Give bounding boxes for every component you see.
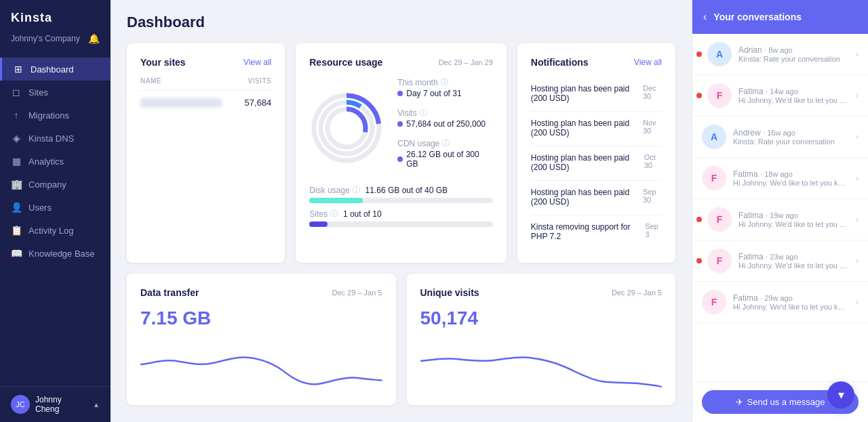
unread-dot: [696, 217, 702, 222]
data-transfer-date: Dec 29 – Jan 5: [332, 289, 382, 297]
notif-date-2: Oct 30: [644, 153, 662, 169]
conversation-item[interactable]: A Adrian · 8w ago Kinsta: Rate your conv…: [692, 34, 868, 75]
conv-name: Fatima · 18w ago: [733, 169, 849, 179]
dot-visits: [397, 121, 403, 127]
conversations-list: A Adrian · 8w ago Kinsta: Rate your conv…: [692, 34, 868, 381]
notif-title-4: Kinsta removing support for PHP 7.2: [531, 222, 645, 241]
conv-name: Fatima · 14w ago: [738, 87, 849, 96]
sidebar-item-knowledge-base[interactable]: 📖 Knowledge Base: [0, 242, 111, 265]
cdn-info-icon[interactable]: ⓘ: [442, 138, 450, 148]
unique-visits-header: Unique visits Dec 29 – Jan 5: [420, 287, 663, 298]
your-sites-view-all[interactable]: View all: [243, 58, 271, 67]
conversation-item[interactable]: F Fatima · 23w ago Hi Johnny. We'd like …: [692, 240, 868, 282]
this-month-stat: This month ⓘ Day 7 out of 31: [397, 77, 493, 98]
cdn-stat: CDN usage ⓘ 26.12 GB out of 300 GB: [397, 138, 493, 169]
donut-chart: [309, 91, 384, 165]
company-icon: 🏢: [11, 179, 22, 190]
your-sites-card: Your sites View all NAME VISITS 57,684: [127, 43, 285, 263]
sidebar-item-kinsta-dns[interactable]: ◈ Kinsta DNS: [0, 127, 111, 150]
dot-month: [397, 91, 403, 96]
notif-title-3: Hosting plan has been paid (200 USD): [531, 188, 643, 207]
conversation-item[interactable]: F Fatima · 14w ago Hi Johnny. We'd like …: [692, 75, 868, 117]
conv-name: Fatima · 23w ago: [738, 252, 849, 261]
sidebar-item-label: Activity Log: [28, 226, 73, 236]
sidebar-item-label: Dashboard: [31, 64, 74, 75]
sidebar-item-label: Sites: [28, 87, 48, 98]
unread-dot: [696, 51, 702, 57]
your-sites-title: Your sites: [140, 57, 186, 68]
sites-info-icon[interactable]: ⓘ: [330, 209, 338, 219]
sites-icon: ◻: [11, 87, 22, 98]
conv-name: Fatima · 19w ago: [738, 211, 849, 220]
conv-info: Fatima · 18w ago Hi Johnny. We'd like to…: [733, 169, 849, 187]
visits-info-icon[interactable]: ⓘ: [420, 108, 427, 118]
sidebar-item-users[interactable]: 👤 Users: [0, 196, 111, 219]
conv-time: · 18w ago: [760, 170, 793, 178]
migrations-icon: ↑: [11, 110, 22, 121]
company-name: Johnny's Company: [11, 34, 80, 43]
disk-progress-bar: [309, 198, 493, 203]
sidebar-item-dashboard[interactable]: ⊞ Dashboard: [0, 58, 111, 81]
conv-time: · 14w ago: [766, 87, 798, 96]
notifications-view-all[interactable]: View all: [634, 58, 662, 67]
this-month-value: Day 7 out of 31: [397, 89, 493, 98]
conversation-item[interactable]: F Fatima · 29w ago Hi Johnny. We'd like …: [692, 282, 868, 323]
data-transfer-value: 7.15 GB: [140, 308, 382, 329]
notif-date-0: Dec 30: [643, 84, 662, 100]
sites-progress-row: Sites ⓘ 1 out of 10: [309, 209, 493, 227]
sidebar-item-activity-log[interactable]: 📋 Activity Log: [0, 219, 111, 242]
site-name-redacted: [140, 98, 222, 108]
logo-text: Kinsta: [11, 11, 100, 25]
conv-time: · 29w ago: [760, 294, 793, 302]
sidebar-item-label: Analytics: [28, 156, 64, 167]
notification-item[interactable]: Kinsta removing support for PHP 7.2 Sep …: [531, 215, 662, 249]
sidebar-item-analytics[interactable]: ▦ Analytics: [0, 150, 111, 173]
visits-label: Visits ⓘ: [397, 108, 493, 118]
disk-progress-fill: [309, 198, 362, 203]
logo: Kinsta: [0, 0, 111, 30]
chevron-right-icon: ›: [856, 91, 859, 100]
unique-visits-card: Unique visits Dec 29 – Jan 5 50,174: [407, 274, 676, 405]
main-content: Dashboard Your sites View all NAME VISIT…: [111, 0, 692, 422]
notification-item[interactable]: Hosting plan has been paid (200 USD) Nov…: [531, 112, 662, 146]
visits-value: 57,684 out of 250,000: [397, 119, 493, 129]
sidebar-item-sites[interactable]: ◻ Sites: [0, 81, 111, 104]
resource-usage-header: Resource usage Dec 29 – Jan 29: [309, 57, 493, 68]
sidebar-item-label: Knowledge Base: [28, 249, 95, 259]
bell-icon[interactable]: 🔔: [88, 33, 100, 44]
notification-item[interactable]: Hosting plan has been paid (200 USD) Dec…: [531, 77, 662, 112]
disk-value: 11.66 GB out of 40 GB: [366, 186, 448, 195]
top-cards-row: Your sites View all NAME VISITS 57,684 R…: [127, 43, 675, 263]
conversations-panel: ‹ Your conversations A Adrian · 8w ago K…: [692, 0, 868, 422]
conv-info: Fatima · 29w ago Hi Johnny. We'd like to…: [733, 293, 849, 311]
back-icon[interactable]: ‹: [703, 11, 707, 23]
avatar: F: [707, 83, 732, 108]
notification-item[interactable]: Hosting plan has been paid (200 USD) Oct…: [531, 146, 662, 181]
resource-usage-title: Resource usage: [309, 57, 382, 68]
conv-name: Andrew · 16w ago: [733, 128, 849, 138]
conversations-header: ‹ Your conversations: [692, 0, 868, 34]
chevron-right-icon: ›: [856, 132, 859, 142]
unread-dot: [696, 258, 702, 263]
site-visits-count: 57,684: [244, 98, 271, 108]
notifications-header: Notifications View all: [531, 57, 662, 68]
conv-info: Andrew · 16w ago Kinsta: Rate your conve…: [733, 128, 849, 146]
sidebar-item-company[interactable]: 🏢 Company: [0, 173, 111, 196]
conversation-item[interactable]: F Fatima · 18w ago Hi Johnny. We'd like …: [692, 158, 868, 199]
send-icon: ✈: [736, 397, 743, 407]
user-profile[interactable]: JC Johnny Cheng ▲: [0, 386, 111, 422]
site-row[interactable]: 57,684: [140, 91, 271, 114]
fab-button[interactable]: ▾: [827, 381, 854, 408]
unique-visits-svg: [420, 337, 663, 392]
conversation-item[interactable]: F Fatima · 19w ago Hi Johnny. We'd like …: [692, 199, 868, 240]
conv-time: · 16w ago: [763, 129, 795, 137]
conversation-item[interactable]: A Andrew · 16w ago Kinsta: Rate your con…: [692, 117, 868, 158]
disk-info-icon[interactable]: ⓘ: [353, 185, 360, 195]
progress-section: Disk usage ⓘ 11.66 GB out of 40 GB Sites…: [309, 185, 493, 227]
notification-item[interactable]: Hosting plan has been paid (200 USD) Sep…: [531, 181, 662, 215]
conv-preview: Hi Johnny. We'd like to let you know tha…: [733, 303, 849, 311]
unique-visits-date: Dec 29 – Jan 5: [612, 289, 662, 297]
info-icon[interactable]: ⓘ: [441, 77, 448, 87]
notif-date-4: Sep 3: [645, 222, 662, 238]
sidebar-item-migrations[interactable]: ↑ Migrations: [0, 104, 111, 127]
